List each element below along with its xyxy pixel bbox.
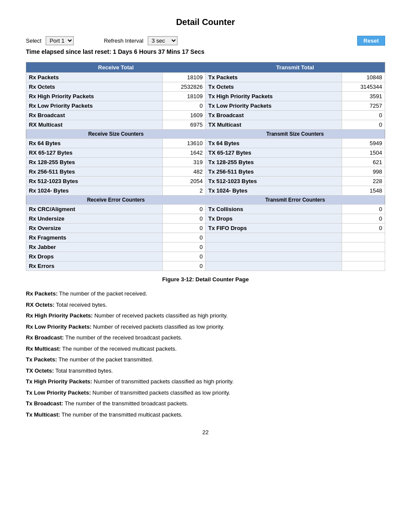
tx-size-value: 621: [342, 158, 385, 167]
rx-error-value: 0: [162, 261, 206, 271]
reset-button[interactable]: Reset: [357, 36, 385, 46]
rx-size-label: Rx 64 Bytes: [26, 139, 163, 148]
rx-size-value: 319: [162, 158, 206, 167]
table-row: Rx Jabber 0: [26, 243, 385, 252]
table-row: Rx CRC/Aligment 0 Tx Collisions 0: [26, 205, 385, 214]
tx-size-label: Tx 1024- Bytes: [206, 186, 342, 196]
tx-label: Tx Broadcast: [206, 111, 342, 120]
table-row: Rx Octets 2532826 Tx Octets 3145344: [26, 82, 385, 92]
rx-size-value: 2054: [162, 177, 206, 186]
table-row: Rx 64 Bytes 13610 Tx 64 Bytes 5949: [26, 139, 385, 148]
tx-value: 7257: [342, 101, 385, 111]
rx-label: Rx Octets: [26, 82, 163, 92]
rx-error-value: 0: [162, 214, 206, 224]
transmit-error-header: Transmit Error Counters: [206, 196, 385, 205]
rx-value: 18109: [162, 73, 206, 82]
description-item: Tx Broadcast: The number of the transmit…: [26, 399, 385, 408]
rx-value: 18109: [162, 92, 206, 101]
description-item: Rx High Priority Packets: Number of rece…: [26, 311, 385, 320]
rx-error-label: Rx Undersize: [26, 214, 163, 224]
tx-error-value: [342, 243, 385, 252]
figure-caption: Figure 3-12: Detail Counter Page: [26, 276, 385, 283]
tx-value: 0: [342, 120, 385, 130]
tx-size-label: Tx 128-255 Bytes: [206, 158, 342, 167]
table-row: Rx Packets 18109 Tx Packets 10848: [26, 73, 385, 82]
tx-error-label: Tx Drops: [206, 214, 342, 224]
rx-size-value: 13610: [162, 139, 206, 148]
tx-error-value: 0: [342, 205, 385, 214]
tx-size-label: Tx 64 Bytes: [206, 139, 342, 148]
select-label: Select: [26, 37, 41, 44]
tx-label: Tx High Priority Packets: [206, 92, 342, 101]
receive-error-header: Receive Error Counters: [26, 196, 206, 205]
table-row: Rx Fragments 0: [26, 233, 385, 243]
controls-bar: Select Port 1 Port 2 Port 3 Port 4 Refre…: [26, 36, 385, 46]
rx-size-label: RX 65-127 Bytes: [26, 148, 163, 158]
description-item: Rx Low Priority Packets: Number of recei…: [26, 323, 385, 331]
rx-value: 0: [162, 101, 206, 111]
rx-error-label: Rx Oversize: [26, 224, 163, 233]
description-item: Tx Low Priority Packets: Number of trans…: [26, 389, 385, 397]
rx-error-value: 0: [162, 205, 206, 214]
description-section: Rx Packets: The number of the packet rec…: [26, 289, 385, 419]
description-item: Tx High Priority Packets: Number of tran…: [26, 377, 385, 386]
rx-error-value: 0: [162, 252, 206, 261]
tx-value: 3591: [342, 92, 385, 101]
tx-label: Tx Octets: [206, 82, 342, 92]
tx-value: 10848: [342, 73, 385, 82]
tx-error-value: [342, 233, 385, 243]
tx-error-label: [206, 243, 342, 252]
table-row: Rx Errors 0: [26, 261, 385, 271]
tx-size-label: Tx 512-1023 Bytes: [206, 177, 342, 186]
receive-size-header: Receive Size Counters: [26, 130, 206, 139]
description-item: Rx Multicast: The number of the received…: [26, 345, 385, 353]
refresh-select[interactable]: 1 sec 3 sec 5 sec 10 sec: [148, 36, 177, 45]
tx-label: Tx Low Priority Packets: [206, 101, 342, 111]
description-item: Tx Packets: The number of the packet tra…: [26, 355, 385, 364]
table-row: RX 65-127 Bytes 1642 TX 65-127 Bytes 150…: [26, 148, 385, 158]
rx-error-value: 0: [162, 243, 206, 252]
rx-value: 2532826: [162, 82, 206, 92]
table-row: Rx 1024- Bytes 2 Tx 1024- Bytes 1548: [26, 186, 385, 196]
tx-error-value: 0: [342, 214, 385, 224]
tx-label: Tx Packets: [206, 73, 342, 82]
description-item: Tx Multicast: The number of the transmit…: [26, 411, 385, 419]
description-item: RX Octets: Total received bytes.: [26, 301, 385, 309]
elapsed-time: Time elapsed since last reset: 1 Days 6 …: [26, 48, 385, 55]
rx-size-value: 2: [162, 186, 206, 196]
transmit-total-header: Transmit Total: [206, 62, 385, 73]
tx-error-value: [342, 261, 385, 271]
refresh-label: Refresh Interval: [104, 37, 143, 44]
table-row: RX Multicast 6975 TX Multicast 0: [26, 120, 385, 130]
tx-error-label: [206, 261, 342, 271]
rx-error-label: Rx CRC/Aligment: [26, 205, 163, 214]
tx-label: TX Multicast: [206, 120, 342, 130]
table-row: Rx Undersize 0 Tx Drops 0: [26, 214, 385, 224]
port-select[interactable]: Port 1 Port 2 Port 3 Port 4: [46, 36, 74, 45]
tx-size-label: Tx 256-511 Bytes: [206, 167, 342, 177]
rx-size-label: Rx 256-511 Bytes: [26, 167, 163, 177]
rx-label: Rx Low Priority Packets: [26, 101, 163, 111]
table-row: Rx 512-1023 Bytes 2054 Tx 512-1023 Bytes…: [26, 177, 385, 186]
tx-error-label: [206, 233, 342, 243]
page-number: 22: [26, 429, 385, 436]
table-row: Rx Low Priority Packets 0 Tx Low Priorit…: [26, 101, 385, 111]
rx-label: Rx Broadcast: [26, 111, 163, 120]
rx-size-value: 482: [162, 167, 206, 177]
rx-value: 6975: [162, 120, 206, 130]
tx-size-value: 5949: [342, 139, 385, 148]
tx-error-label: Tx Collisions: [206, 205, 342, 214]
tx-value: 0: [342, 111, 385, 120]
page-title: Detail Counter: [26, 17, 385, 27]
table-row: Rx Oversize 0 Tx FIFO Drops 0: [26, 224, 385, 233]
tx-error-value: [342, 252, 385, 261]
rx-size-label: Rx 128-255 Bytes: [26, 158, 163, 167]
rx-label: Rx High Priority Packets: [26, 92, 163, 101]
rx-error-value: 0: [162, 233, 206, 243]
rx-size-label: Rx 1024- Bytes: [26, 186, 163, 196]
table-row: Rx 256-511 Bytes 482 Tx 256-511 Bytes 99…: [26, 167, 385, 177]
tx-error-value: 0: [342, 224, 385, 233]
rx-size-label: Rx 512-1023 Bytes: [26, 177, 163, 186]
tx-size-value: 998: [342, 167, 385, 177]
rx-size-value: 1642: [162, 148, 206, 158]
